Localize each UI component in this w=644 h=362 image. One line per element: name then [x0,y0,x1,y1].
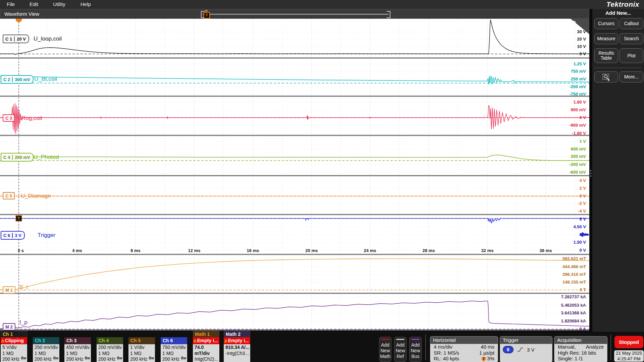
channel-settings-badge-ch5[interactable]: Ch 5 1 V/div1 MΩ200 kHz Bw [128,337,155,362]
channel-scale-c1: 20 V [14,37,29,42]
bus-color-stripe [411,339,420,340]
axis-m2-3: 1.820684 kA [546,318,586,324]
ch1-clipping-alert: ⚠Clipping [1,337,27,344]
math1-tab[interactable]: Math 1 [193,331,219,337]
ch5-header[interactable]: Ch 5 [128,337,155,344]
band-separators [0,58,589,330]
bottom-bar: Ch 1 ⚠Clipping 5 V/div1 MΩ200 kHz Bw Ch … [0,332,644,362]
channel-label-c5[interactable]: U_Diamagn [21,193,51,199]
axis-c2-2: 250 mV [546,76,586,82]
ch4-header[interactable]: Ch 4 [97,337,123,344]
math-badge-m1[interactable]: M 1 [3,286,15,294]
axis-c5-4: -4 V [546,208,586,214]
trigger-panel[interactable]: Trigger 6 3 V [500,336,552,362]
channel-badge-c6[interactable]: C 6 3 V [1,231,25,240]
date: 21 May 2025 [614,351,644,356]
math-label-m1[interactable]: B_t [19,284,28,291]
time-label-6: 24 ms [359,248,381,253]
menu-file[interactable]: File [7,1,15,7]
search-button[interactable]: Search [620,33,643,44]
ref-color-stripe [396,339,405,340]
bandwidth-tag: Bw [181,355,186,361]
splitter-handle-icon[interactable]: ••• [590,169,592,177]
axis-m1-3: 148.155 mT [546,280,586,285]
callout-button[interactable]: Callout [620,18,643,29]
channel-settings-badge-ch1[interactable]: Ch 1 ⚠Clipping 5 V/div1 MΩ200 kHz Bw [1,337,27,362]
more-button[interactable]: More... [620,71,643,82]
add-new-math-button[interactable]: Add New Math [379,337,391,362]
add-new-title: Add New... [592,10,644,16]
math-settings-badge-math2[interactable]: Math 2 ⚠Empty i... 910.34 A/...-Intg(Ch3… [224,337,250,362]
channel-settings-badge-ch6[interactable]: Ch 6 750 mV/div1 MΩ200 kHz Bw [161,337,187,362]
channel-badge-c2[interactable]: C 2 300 mV [1,75,34,84]
minimap-right-bracket[interactable] [387,11,390,18]
run-stop-button[interactable]: Stopped [614,336,643,348]
cursors-button[interactable]: Cursors [594,18,618,29]
channel-label-c4[interactable]: U_Photod [34,154,59,161]
h-trigger-pos: T 3% [482,356,494,362]
zoom-select-button[interactable] [594,71,618,82]
math2-settings: 910.34 A/...-Intg(Ch3... [224,344,250,362]
ch1-settings: 5 V/div1 MΩ200 kHz Bw [1,344,27,362]
channel-id-c6: C 6 [1,233,12,238]
results-table-button[interactable]: Results Table [594,48,618,63]
horizontal-position-minimap[interactable]: T [201,11,390,17]
sidebar-divider [594,68,641,68]
measure-button[interactable]: Measure [594,33,618,44]
trace-c6 [0,219,589,224]
time-label-0: 0 s [10,248,32,253]
trace-m1 [0,259,589,290]
warning-icon: ⚠ [1,339,5,343]
ch1-tab[interactable]: Ch 1 [1,331,27,337]
horizontal-panel[interactable]: Horizontal 4 ms/div40 ms SR: 1 MS/s1 µs/… [430,336,498,362]
grid-vertical-minor [48,19,575,330]
minimap-trigger-flag-icon[interactable]: T [204,12,210,19]
sidebar-splitter[interactable]: ••• [589,9,592,332]
menu-bar: File Edit Utility Help Tektronix [0,0,644,9]
menu-help[interactable]: Help [80,1,91,7]
grid-vertical-major [18,19,546,330]
channel-settings-badge-ch2[interactable]: Ch 2 250 mV/div1 MΩ200 kHz Bw [33,337,59,362]
axis-c5-2: 0 V [546,193,586,199]
ch2-header[interactable]: Ch 2 [33,337,59,344]
channel-label-c3[interactable]: Rog,coil [21,115,42,122]
math1-settings: 74.0 mT/divIntg(Ch2)... [193,344,219,362]
graticule[interactable]: T C 1 20 V U_loop,coil C 2 300 mV U_Bt,c… [0,19,589,330]
acq-mode: Manual, [558,344,576,350]
ch6-header[interactable]: Ch 6 [161,337,187,344]
channel-label-c1[interactable]: U_loop,coil [34,36,62,42]
channel-label-c6[interactable]: Trigger [38,232,55,239]
minimap-line [203,14,388,15]
math-label-m2[interactable]: I_p [19,319,28,326]
menu-utility[interactable]: Utility [53,1,65,7]
math-id-m1: M 1 [3,288,15,293]
menu-edit[interactable]: Edit [30,1,38,7]
channel-badge-c5[interactable]: C 5 [3,192,15,199]
plot-button[interactable]: Plot [620,48,643,63]
ch3-header[interactable]: Ch 3 [64,337,91,344]
h-window: 40 ms [481,344,494,350]
add-new-ref-button[interactable]: Add New Ref [394,337,407,362]
math-badge-m2[interactable]: M 2 [3,323,15,330]
bandwidth-tag: Bw [149,355,154,361]
channel-scale-c2: 300 mV [12,77,33,82]
channel-id-c2: C 2 [1,77,12,82]
channel-settings-badge-ch4[interactable]: Ch 4 200 mV/div1 MΩ200 kHz Bw [97,337,123,362]
channel-badge-c3[interactable]: C 3 [3,114,15,122]
datetime-display: 21 May 2025 4:25:47 PM [614,350,644,362]
svg-text:T: T [17,216,20,221]
acquisition-panel[interactable]: Acquisition Manual,Analyze High Res: 16 … [554,336,607,362]
channel-badge-c4[interactable]: C 4 200 mV [1,153,34,162]
math-settings-badge-math1[interactable]: Math 1 ⚠Empty i... 74.0 mT/divIntg(Ch2).… [193,337,219,362]
acq-sequence: Single: 1 /1 [558,356,583,362]
channel-label-c2[interactable]: U_Bt,coil [34,76,57,82]
axis-c5-3: -2 V [546,201,586,206]
add-new-bus-button[interactable]: Add New Bus [409,337,422,362]
math2-tab[interactable]: Math 2 [224,331,250,337]
bandwidth-tag: Bw [21,355,26,361]
channel-settings-badge-ch3[interactable]: Ch 3 450 mV/div1 MΩ200 kHz Bw [64,337,91,362]
oscilloscope-screen: File Edit Utility Help Tektronix Wavefor… [0,0,644,362]
time-label-9: 36 ms [535,248,556,253]
channel-badge-c1[interactable]: C 1 20 V [3,35,29,43]
acq-resolution: High Res: 16 bits [558,350,596,356]
